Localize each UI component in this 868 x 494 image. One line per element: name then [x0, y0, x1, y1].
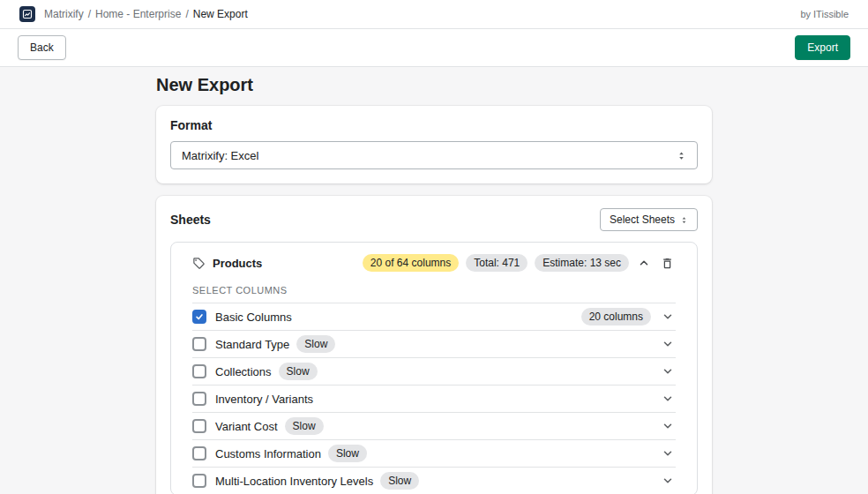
- select-columns-label: SELECT COLUMNS: [192, 285, 676, 303]
- select-sheets-label: Select Sheets: [610, 213, 675, 226]
- delete-sheet-button[interactable]: [659, 255, 676, 272]
- row-actions: [660, 473, 676, 489]
- column-group-row: Collections Slow: [192, 358, 676, 385]
- row-actions: [660, 391, 676, 407]
- row-actions: [660, 445, 676, 461]
- column-checkbox[interactable]: [192, 310, 206, 324]
- row-actions: [660, 363, 676, 379]
- products-sheet-panel: Products 20 of 64 columns Total: 471 Est…: [170, 242, 698, 494]
- sheets-card-header: Sheets Select Sheets: [170, 208, 698, 231]
- breadcrumb: Matrixify / Home - Enterprise / New Expo…: [44, 8, 248, 20]
- column-group-row: Standard Type Slow: [192, 331, 676, 358]
- format-card: Format Matrixify: Excel: [156, 106, 712, 183]
- slow-badge: Slow: [279, 363, 318, 380]
- chevron-down-icon: [662, 338, 674, 350]
- sheet-name: Products: [213, 257, 262, 270]
- sheets-card-title: Sheets: [170, 213, 211, 227]
- collapse-sheet-button[interactable]: [636, 255, 652, 271]
- column-group-row: Basic Columns 20 columns: [192, 303, 676, 331]
- total-badge: Total: 471: [466, 254, 528, 272]
- column-checkbox[interactable]: [192, 419, 206, 433]
- chevron-down-icon: [662, 393, 674, 405]
- trash-icon: [661, 257, 674, 270]
- breadcrumb-home[interactable]: Home - Enterprise: [95, 8, 181, 20]
- expand-group-button[interactable]: [660, 336, 676, 352]
- topbar: Matrixify / Home - Enterprise / New Expo…: [0, 0, 868, 29]
- columns-count-badge: 20 of 64 columns: [363, 254, 459, 272]
- column-checkbox[interactable]: [192, 392, 206, 406]
- logo-chart-glyph: [22, 9, 33, 19]
- column-group-label: Standard Type: [215, 338, 289, 351]
- column-group-row: Multi-Location Inventory Levels Slow: [192, 468, 676, 494]
- sheets-card: Sheets Select Sheets Products 20 of 64 c…: [156, 196, 712, 494]
- row-actions: [660, 336, 676, 352]
- action-bar: Back Export: [0, 29, 868, 67]
- column-checkbox[interactable]: [192, 337, 206, 351]
- back-button[interactable]: Back: [18, 35, 66, 60]
- select-sheets-dropdown[interactable]: Select Sheets: [600, 208, 698, 231]
- byline: by ITissible: [800, 9, 849, 19]
- sheet-badges: 20 of 64 columns Total: 471 Estimate: 13…: [363, 254, 676, 272]
- column-group-row: Variant Cost Slow: [192, 413, 676, 440]
- column-group-label: Customs Information: [215, 447, 321, 460]
- column-group-label: Collections: [215, 365, 272, 378]
- column-group-row: Inventory / Variants: [192, 385, 676, 413]
- column-checkbox[interactable]: [192, 474, 206, 488]
- matrixify-logo-icon: [19, 6, 35, 22]
- column-group-label: Variant Cost: [215, 420, 278, 433]
- format-select[interactable]: Matrixify: Excel: [170, 141, 698, 169]
- tag-icon: [192, 257, 206, 270]
- expand-group-button[interactable]: [660, 418, 676, 434]
- slow-badge: Slow: [380, 472, 419, 490]
- chevron-down-icon: [662, 447, 674, 460]
- column-groups-list: Basic Columns 20 columns Standard Type S…: [192, 303, 676, 494]
- format-select-value: Matrixify: Excel: [182, 149, 258, 162]
- page-title: New Export: [156, 74, 712, 95]
- column-group-label: Basic Columns: [215, 311, 292, 324]
- column-group-label: Multi-Location Inventory Levels: [215, 475, 373, 488]
- sheet-header: Products 20 of 64 columns Total: 471 Est…: [192, 253, 676, 273]
- column-group-row: Customs Information Slow: [192, 440, 676, 468]
- chevron-down-icon: [662, 475, 674, 487]
- select-caret-icon: [677, 150, 686, 161]
- format-card-title: Format: [170, 118, 698, 132]
- slow-badge: Slow: [285, 417, 324, 435]
- select-caret-icon: [680, 215, 688, 225]
- breadcrumb-separator: /: [88, 8, 91, 20]
- column-group-label: Inventory / Variants: [215, 393, 313, 406]
- expand-group-button[interactable]: [660, 391, 676, 407]
- breadcrumb-separator: /: [185, 8, 188, 20]
- chevron-down-icon: [662, 311, 674, 323]
- chevron-up-icon: [638, 257, 650, 269]
- estimate-badge: Estimate: 13 sec: [535, 254, 629, 272]
- column-checkbox[interactable]: [192, 446, 206, 460]
- columns-selected-badge: 20 columns: [581, 308, 651, 326]
- slow-badge: Slow: [296, 335, 335, 353]
- breadcrumb-app[interactable]: Matrixify: [44, 8, 84, 20]
- chevron-down-icon: [662, 365, 674, 378]
- chevron-down-icon: [662, 420, 674, 432]
- breadcrumb-current: New Export: [193, 8, 248, 20]
- row-actions: [660, 418, 676, 434]
- expand-group-button[interactable]: [660, 309, 676, 325]
- expand-group-button[interactable]: [660, 363, 676, 379]
- column-checkbox[interactable]: [192, 364, 206, 378]
- check-icon: [195, 312, 204, 321]
- expand-group-button[interactable]: [660, 473, 676, 489]
- slow-badge: Slow: [328, 445, 367, 462]
- main-content: New Export Format Matrixify: Excel Sheet…: [156, 67, 712, 494]
- expand-group-button[interactable]: [660, 445, 676, 461]
- export-button[interactable]: Export: [795, 35, 850, 60]
- row-actions: 20 columns: [581, 308, 676, 326]
